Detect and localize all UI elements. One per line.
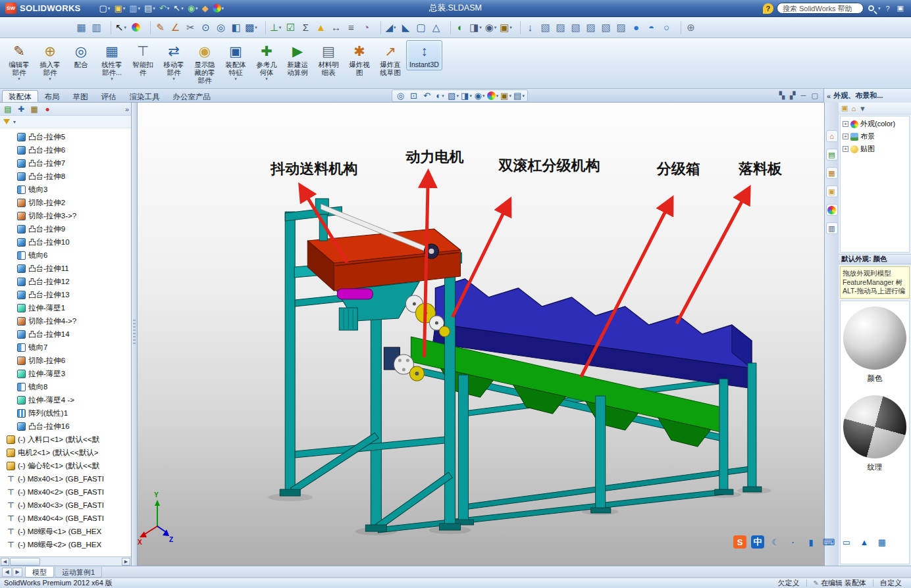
- feature-tree-item[interactable]: 拉伸-薄壁4 ->: [0, 393, 131, 406]
- insert-components-button[interactable]: ⊕插入零部件▾: [35, 40, 65, 84]
- display-style-icon[interactable]: ◨▾: [460, 90, 473, 101]
- print-icon[interactable]: ▤▾: [143, 2, 157, 15]
- properties-tab-icon[interactable]: ▥: [826, 222, 838, 234]
- viewports-icon[interactable]: ▦: [74, 20, 89, 36]
- display-relations-icon[interactable]: ☑: [283, 20, 298, 36]
- restore-doc-icon[interactable]: ▢: [811, 91, 818, 100]
- feature-tree-item[interactable]: 凸台-拉伸12: [0, 275, 131, 288]
- view-left-icon[interactable]: ▧: [568, 20, 583, 36]
- mate-button[interactable]: ◎配合: [66, 40, 96, 70]
- ime-punctuation-icon[interactable]: ·: [787, 535, 800, 549]
- view-orientation-icon[interactable]: ▧▾: [447, 90, 459, 101]
- tab-scroll-left[interactable]: ◀: [2, 568, 12, 577]
- feature-tree-item[interactable]: 切除-拉伸6: [0, 354, 131, 367]
- view-front-icon[interactable]: ▧: [538, 20, 553, 36]
- feature-tree-item[interactable]: 凸台-拉伸8: [0, 170, 131, 183]
- search-options-caret-icon[interactable]: ▾: [878, 6, 881, 11]
- check-icon[interactable]: ▲: [313, 20, 328, 36]
- appearances-tab-icon[interactable]: [826, 204, 838, 216]
- propertymanager-tab-icon[interactable]: ✚: [15, 104, 27, 114]
- feature-tree-item[interactable]: 凸台-拉伸14: [0, 328, 131, 341]
- offset-entities-icon[interactable]: ◎: [213, 20, 228, 36]
- mirror-entities-icon[interactable]: ◧: [228, 20, 244, 36]
- equations-icon[interactable]: Σ: [298, 20, 313, 36]
- tools-icon[interactable]: ⊕: [683, 20, 698, 36]
- linear-pattern-icon[interactable]: ▩▾: [244, 20, 259, 36]
- apply-scene-icon[interactable]: ▣▾: [500, 90, 512, 101]
- sphere-wireframe-icon[interactable]: ◓: [644, 20, 659, 36]
- help-icon[interactable]: ?: [883, 5, 891, 12]
- home-tab-icon[interactable]: ⌂: [826, 130, 838, 142]
- view-right-icon[interactable]: ▨: [583, 20, 598, 36]
- configurationmanager-tab-icon[interactable]: ▦: [28, 104, 40, 114]
- convert-entities-icon[interactable]: ⊙: [198, 20, 213, 36]
- scroll-left-icon[interactable]: ◀: [1, 558, 9, 566]
- instant3d-arrow-icon[interactable]: ↓: [523, 20, 538, 36]
- home-icon[interactable]: ⌂: [851, 105, 856, 112]
- feature-tree-item[interactable]: 凸台-拉伸16: [0, 420, 131, 433]
- pin-icon[interactable]: ▼: [859, 105, 866, 112]
- feature-tree-item[interactable]: ⊤(-) M8x40<1> (GB_FASTI: [0, 472, 131, 485]
- ime-toolbar-icon[interactable]: ▭: [840, 535, 853, 549]
- search-icon[interactable]: [868, 5, 874, 11]
- machine-3d-model[interactable]: [268, 199, 771, 535]
- fullscreen-icon[interactable]: ▣: [895, 4, 906, 12]
- tab-evaluate[interactable]: 评估: [95, 90, 123, 102]
- shell-icon[interactable]: ▢: [413, 20, 429, 36]
- status-customize[interactable]: 自定义: [880, 578, 902, 588]
- sensors-icon[interactable]: ◔: [359, 20, 374, 36]
- feature-tree-item[interactable]: 镜向7: [0, 341, 131, 354]
- assembly-3d-view[interactable]: Y X Z 抖动送料机构动力电机双滚杠分级机构分级箱落料板: [138, 103, 824, 566]
- cascade-windows-icon[interactable]: ▞: [790, 91, 795, 100]
- minimize-doc-icon[interactable]: ─: [801, 91, 806, 100]
- explode-line-sketch-button[interactable]: ↗爆炸直线草图: [375, 40, 405, 78]
- feature-tree-item[interactable]: 拉伸-薄壁1: [0, 301, 131, 314]
- tab-render-tools[interactable]: 渲染工具: [123, 90, 167, 102]
- appearances-node[interactable]: +外观(color): [841, 118, 909, 130]
- smart-dimension-icon[interactable]: ∠: [168, 20, 183, 36]
- grid-icon[interactable]: ▦: [875, 535, 889, 549]
- scenes-node[interactable]: +布景: [841, 130, 909, 143]
- sphere-shaded-icon[interactable]: ●: [629, 20, 644, 36]
- apply-scene-icon[interactable]: ▣▾: [498, 20, 513, 36]
- new-motion-study-button[interactable]: ▶新建运动算例: [282, 40, 313, 78]
- chamfer-icon[interactable]: ◣: [398, 20, 413, 36]
- trim-entities-icon[interactable]: ✂: [183, 20, 198, 36]
- sketch-icon[interactable]: ✎: [153, 20, 168, 36]
- assembly-features-button[interactable]: ▣装配体特征▾: [221, 40, 251, 84]
- previous-view-icon[interactable]: ↶: [421, 90, 433, 101]
- expand-icon[interactable]: +: [843, 146, 848, 152]
- status-underdefined[interactable]: 欠定义: [778, 578, 800, 588]
- drawing-views-icon[interactable]: ▥: [89, 20, 104, 36]
- help-search-input[interactable]: [777, 3, 864, 14]
- resources-tab-icon[interactable]: ▤: [826, 149, 838, 160]
- view-settings-icon[interactable]: ▤▾: [513, 90, 525, 101]
- motion-study-tab[interactable]: 运动算例1: [55, 567, 102, 577]
- feature-tree-item[interactable]: 凸台-拉伸5: [0, 130, 131, 143]
- save-icon[interactable]: ▥▾: [128, 2, 142, 15]
- feature-tree-item[interactable]: 镜向3: [0, 183, 131, 196]
- soft-keyboard-icon[interactable]: ⌨: [822, 535, 835, 549]
- feature-tree-item[interactable]: 镜向8: [0, 380, 131, 393]
- design-library-tab-icon[interactable]: ▦: [826, 167, 838, 179]
- view-top-icon[interactable]: ▧: [598, 20, 613, 36]
- displaymanager-tab-icon[interactable]: ●: [41, 104, 53, 114]
- measure-icon[interactable]: ↔: [328, 20, 344, 36]
- zoom-area-icon[interactable]: ⊡: [407, 90, 420, 101]
- feature-tree-item[interactable]: 拉伸-薄壁3: [0, 367, 131, 380]
- feature-tree-item[interactable]: 切除-拉伸2: [0, 196, 131, 209]
- tab-layout[interactable]: 布局: [38, 90, 66, 102]
- rebuild-icon[interactable]: ◉▾: [186, 2, 199, 15]
- up-arrow-icon[interactable]: ▲: [858, 535, 871, 549]
- mass-properties-icon[interactable]: ≡: [344, 20, 359, 36]
- filter-funnel-icon[interactable]: [3, 119, 10, 124]
- display-style-icon[interactable]: ◨▾: [468, 20, 483, 36]
- tab-scroll-right[interactable]: ▶: [13, 568, 22, 577]
- zoom-fit-icon[interactable]: ◎: [394, 90, 407, 101]
- decals-node[interactable]: +贴图: [841, 143, 909, 155]
- undo-icon[interactable]: ↶▾: [158, 2, 170, 15]
- filter-caret-icon[interactable]: ▾: [13, 119, 16, 125]
- feature-tree-item[interactable]: ⊤(-) M8x40<3> (GB_FASTI: [0, 499, 131, 512]
- feature-tree-item[interactable]: (-) 偏心轮<1> (默认<<默: [0, 459, 131, 472]
- bill-of-materials-button[interactable]: ▤材料明细表: [313, 40, 344, 78]
